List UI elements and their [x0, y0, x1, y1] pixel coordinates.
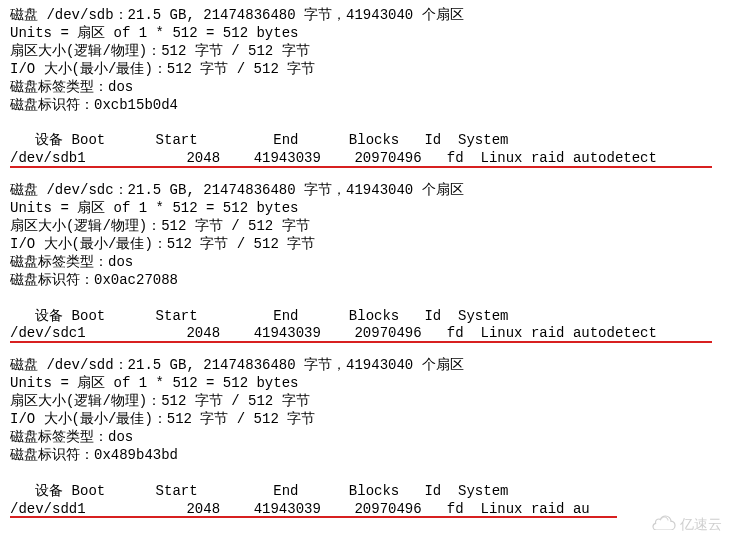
disk-units: Units = 扇区 of 1 * 512 = 512 bytes [10, 25, 722, 43]
watermark-text: 亿速云 [680, 516, 722, 534]
partition-row: /dev/sdc1 2048 41943039 20970496 fd Linu… [10, 325, 722, 343]
partition-table-header: 设备 Boot Start End Blocks Id System [10, 308, 722, 326]
disk-label-type: 磁盘标签类型：dos [10, 79, 722, 97]
disk-header: 磁盘 /dev/sdc：21.5 GB, 21474836480 字节，4194… [10, 182, 722, 200]
blank-line [10, 290, 722, 308]
partition-table-header: 设备 Boot Start End Blocks Id System [10, 483, 722, 501]
disk-io-size: I/O 大小(最小/最佳)：512 字节 / 512 字节 [10, 411, 722, 429]
disk-block-sdb: 磁盘 /dev/sdb：21.5 GB, 21474836480 字节，4194… [10, 7, 722, 168]
partition-table-header: 设备 Boot Start End Blocks Id System [10, 132, 722, 150]
disk-sector-size: 扇区大小(逻辑/物理)：512 字节 / 512 字节 [10, 43, 722, 61]
disk-units: Units = 扇区 of 1 * 512 = 512 bytes [10, 375, 722, 393]
disk-sector-size: 扇区大小(逻辑/物理)：512 字节 / 512 字节 [10, 393, 722, 411]
disk-label-type: 磁盘标签类型：dos [10, 429, 722, 447]
watermark: 亿速云 [652, 514, 722, 535]
disk-block-sdd: 磁盘 /dev/sdd：21.5 GB, 21474836480 字节，4194… [10, 357, 722, 518]
disk-units: Units = 扇区 of 1 * 512 = 512 bytes [10, 200, 722, 218]
disk-header: 磁盘 /dev/sdb：21.5 GB, 21474836480 字节，4194… [10, 7, 722, 25]
disk-io-size: I/O 大小(最小/最佳)：512 字节 / 512 字节 [10, 236, 722, 254]
blank-line [10, 465, 722, 483]
disk-label-type: 磁盘标签类型：dos [10, 254, 722, 272]
disk-identifier: 磁盘标识符：0x489b43bd [10, 447, 722, 465]
disk-header: 磁盘 /dev/sdd：21.5 GB, 21474836480 字节，4194… [10, 357, 722, 375]
disk-block-sdc: 磁盘 /dev/sdc：21.5 GB, 21474836480 字节，4194… [10, 182, 722, 343]
cloud-icon [652, 514, 676, 535]
disk-io-size: I/O 大小(最小/最佳)：512 字节 / 512 字节 [10, 61, 722, 79]
blank-line [10, 114, 722, 132]
disk-identifier: 磁盘标识符：0x0ac27088 [10, 272, 722, 290]
partition-row: /dev/sdb1 2048 41943039 20970496 fd Linu… [10, 150, 722, 168]
disk-sector-size: 扇区大小(逻辑/物理)：512 字节 / 512 字节 [10, 218, 722, 236]
disk-identifier: 磁盘标识符：0xcb15b0d4 [10, 97, 722, 115]
